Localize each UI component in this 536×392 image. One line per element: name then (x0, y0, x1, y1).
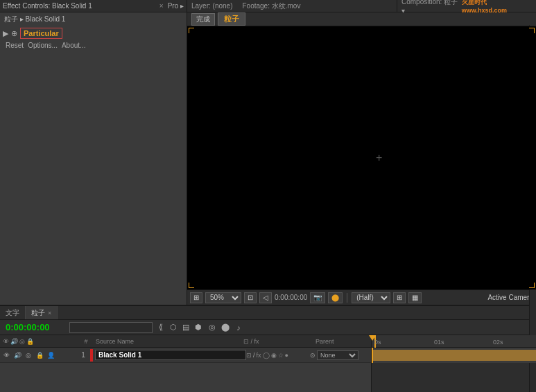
layer-number: 1 (76, 351, 90, 359)
col-switches-header: ⊡ / fx (243, 338, 313, 345)
layer-dot[interactable]: ● (285, 352, 288, 359)
timeline-graph-icon[interactable]: ▤ (180, 322, 191, 333)
timeline-tabs: 文字 粒子 × (0, 306, 536, 320)
layer-circle-1[interactable]: ◯ (263, 352, 270, 359)
effect-params-area (0, 51, 187, 305)
layer-bar-area (372, 348, 536, 363)
zoom-fit-button[interactable]: ⊡ (244, 292, 257, 303)
parent-chain-icon: ⊙ (310, 352, 315, 359)
viewport-panel: 完成 粒子 + ⊞ 50% 100% 25% ⊡ ◁ 0:00:00:00 📷 … (187, 12, 536, 305)
separator (347, 293, 347, 303)
main-area: 粒子 ▸ Black Solid 1 ▶ ⊕ Particular Reset … (0, 12, 536, 305)
corner-marker-tl (189, 28, 194, 33)
done-button[interactable]: 完成 (191, 13, 215, 26)
ruler-mark-0s: 0s (374, 339, 381, 346)
about-button[interactable]: About... (62, 42, 85, 49)
region-button[interactable]: ▦ (408, 292, 422, 303)
logo-text: 火星时代 www.hxsd.com (462, 0, 532, 14)
timeline-lock-icon[interactable]: ⬤ (220, 322, 231, 333)
corner-marker-bl (189, 283, 194, 288)
col-solo-icon: ◎ (19, 338, 25, 345)
viewport-header: 完成 粒子 (187, 12, 536, 26)
resolution-button[interactable]: ⊞ (393, 292, 406, 303)
layer-duration-bar[interactable] (372, 350, 536, 361)
table-row: 👁 🔊 ◎ 🔒 👤 1 Black Solid 1 ⊡ / fx ◯ ◉ ☆ ● (0, 348, 371, 363)
tab-close-icon[interactable]: × (48, 310, 51, 317)
quality-select[interactable]: (Half) (Full) (Third) (352, 292, 390, 303)
col-eye-icon: 👁 (3, 338, 9, 345)
viewport-toolbar: ⊞ 50% 100% 25% ⊡ ◁ 0:00:00:00 📷 ⬤ (Half)… (187, 289, 536, 305)
reset-button[interactable]: Reset (6, 42, 24, 49)
tab-particles[interactable]: 粒子 × (26, 306, 58, 319)
playhead-line (372, 348, 373, 363)
layer-eye-icon[interactable]: 👁 (1, 350, 11, 360)
layer-audio-icon[interactable]: 🔊 (12, 350, 22, 360)
effect-controls-title: Effect Controls: Black Solid 1 (3, 2, 158, 10)
timeline-ruler-area: 0s 01s 02s (372, 335, 536, 392)
timeline-markers-icon[interactable]: ⬡ (168, 322, 179, 333)
layer-label: Layer: (none) (191, 2, 232, 10)
effect-controls-bar: Reset Options... About... (0, 40, 187, 51)
timeline-solo-icon[interactable]: ◎ (207, 322, 218, 333)
timeline-ruler: 0s 01s 02s (372, 335, 536, 348)
timeline-area: 文字 粒子 × 0:00:00:00 ⟪ ⬡ ▤ ⬢ ◎ ⬤ ♪ 👁 (0, 305, 536, 392)
tab-text-label: 文字 (6, 308, 19, 318)
ruler-mark-2s: 02s (493, 339, 503, 346)
timeline-timecode[interactable]: 0:00:00:00 (0, 322, 69, 332)
timeline-column-headers: 👁 🔊 ◎ 🔒 # Source Name ⊡ / fx Parent (0, 335, 371, 348)
timeline-audio-icon[interactable]: ♪ (233, 322, 244, 333)
layer-fx-label[interactable]: fx (257, 352, 261, 359)
timecode-display: 0:00:00:00 (275, 294, 307, 301)
layer-star[interactable]: ☆ (278, 352, 284, 359)
viewport-grid-button[interactable]: ⊞ (190, 292, 202, 303)
corner-marker-br (529, 283, 535, 288)
layer-circle-2[interactable]: ◉ (271, 352, 277, 359)
layer-shy-icon[interactable]: 👤 (46, 350, 55, 360)
col-audio-icon: 🔊 (10, 338, 18, 345)
layer-switch-1[interactable]: ⊡ (246, 352, 252, 359)
color-picker-button[interactable]: ⬤ (328, 292, 343, 303)
timeline-motion-icon[interactable]: ⬢ (193, 322, 204, 333)
layer-lock-icon[interactable]: 🔒 (35, 350, 44, 360)
snapshot-button[interactable]: 📷 (310, 292, 325, 303)
zoom-out-button[interactable]: ◁ (259, 292, 272, 303)
layer-icon-area: 👁 🔊 ◎ 🔒 👤 (0, 350, 76, 360)
layer-fx-icon[interactable]: / (253, 352, 255, 359)
timeline-body: 👁 🔊 ◎ 🔒 # Source Name ⊡ / fx Parent 👁 🔊 … (0, 335, 536, 392)
top-bar: Effect Controls: Black Solid 1 × Pro ▸ L… (0, 0, 536, 12)
timeline-right-icons: ◎ ⬤ ♪ (207, 322, 244, 333)
layer-color-indicator (90, 349, 93, 362)
canvas-area: + (187, 26, 536, 289)
top-right-bar: Composition: 粒子 ▾ 火星时代 www.hxsd.com (397, 0, 536, 12)
footage-label: Footage: 水纹.mov (242, 1, 300, 11)
timeline-search-input[interactable] (69, 322, 153, 333)
col-parent-header: Parent (313, 338, 368, 345)
col-name-header: Source Name (93, 338, 243, 345)
panel-close-button[interactable]: × (158, 2, 165, 10)
effect-icon: ⊕ (11, 29, 17, 38)
canvas-crosshair: + (376, 152, 382, 164)
layer-name-label[interactable]: Black Solid 1 (95, 350, 246, 360)
col-icons: 👁 🔊 ◎ 🔒 (3, 338, 79, 345)
pro-label[interactable]: Pro ▸ (168, 2, 184, 10)
timeline-controls: 0:00:00:00 ⟪ ⬡ ▤ ⬢ ◎ ⬤ ♪ (0, 320, 536, 335)
tab-text[interactable]: 文字 (0, 306, 26, 319)
active-camera-label: Active Camera (487, 294, 533, 301)
ruler-mark-1s: 01s (434, 339, 444, 346)
timeline-icon-group: ⟪ ⬡ ▤ ⬢ (155, 322, 204, 333)
top-center-bar: Layer: (none) Footage: 水纹.mov (187, 0, 397, 12)
effect-name-label[interactable]: Particular (20, 28, 62, 39)
timeline-layer-list: 👁 🔊 ◎ 🔒 # Source Name ⊡ / fx Parent 👁 🔊 … (0, 335, 372, 392)
effect-row: ▶ ⊕ Particular (0, 26, 187, 40)
zoom-select[interactable]: 50% 100% 25% (205, 292, 241, 303)
expand-arrow[interactable]: ▶ (3, 29, 8, 38)
corner-marker-tr (529, 28, 535, 33)
effect-controls-panel-header: Effect Controls: Black Solid 1 × Pro ▸ (0, 0, 187, 12)
switches-label: ⊡ / fx (243, 338, 259, 345)
options-button[interactable]: Options... (28, 42, 58, 49)
parent-select[interactable]: None (317, 350, 358, 360)
timeline-keys-icon[interactable]: ⟪ (155, 322, 166, 333)
layer-solo-icon[interactable]: ◎ (24, 350, 33, 360)
col-lock-icon: 🔒 (26, 338, 34, 345)
effect-controls-panel: 粒子 ▸ Black Solid 1 ▶ ⊕ Particular Reset … (0, 12, 187, 305)
